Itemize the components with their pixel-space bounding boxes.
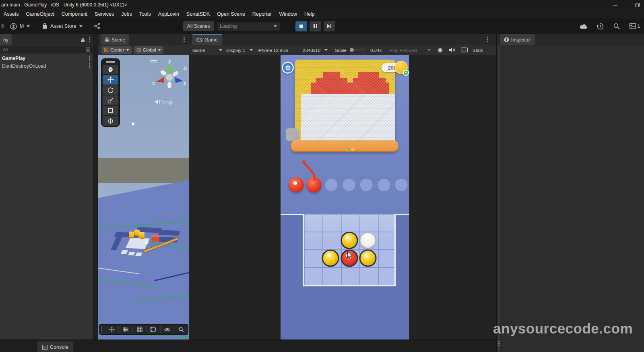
scale-tool-button[interactable] (103, 95, 118, 105)
space-mode-dropdown[interactable]: Global (134, 46, 163, 54)
menu-item-sonatsdk[interactable]: SonatSDK (183, 11, 213, 17)
persp-label[interactable]: Persp (154, 99, 173, 105)
stop-icon (299, 25, 303, 28)
yarn-ball-yellow[interactable] (322, 250, 339, 267)
bag-icon (42, 23, 47, 29)
svg-text:z: z (184, 81, 186, 86)
panel-divider[interactable] (93, 34, 98, 340)
orientation-gizmo[interactable]: y x z (151, 58, 187, 95)
tab-game[interactable]: Game (192, 34, 222, 45)
shading-overlay-button[interactable] (147, 325, 160, 334)
move-overlay-button[interactable] (105, 325, 119, 334)
scale-slider-knob[interactable] (350, 48, 354, 52)
scale-label: Scale (335, 45, 347, 55)
rotate-tool-button[interactable] (103, 85, 118, 95)
minimize-button[interactable] (612, 1, 619, 8)
pivot-mode-dropdown[interactable]: Center (101, 46, 132, 54)
layout-grid-icon[interactable] (630, 23, 636, 29)
display-target-dropdown[interactable]: Game (192, 45, 205, 55)
tab-scene[interactable]: Scene (101, 34, 129, 45)
phone-screen: 200 + (281, 55, 409, 340)
account-button[interactable]: M (20, 23, 24, 29)
menu-item-applovin[interactable]: AppLovin (155, 11, 183, 17)
game-panel-menu-icon[interactable] (487, 39, 488, 40)
yarn-ball-yellow[interactable] (341, 232, 358, 249)
picker-icon[interactable] (86, 48, 90, 52)
tab-hierarchy[interactable]: hy (0, 34, 12, 45)
inspector-scrollbar[interactable] (498, 45, 500, 352)
menu-item-reporter[interactable]: Reporter (249, 11, 276, 17)
scene-select-dropdown[interactable]: Loading (217, 21, 280, 31)
hand-tool-button[interactable] (103, 65, 118, 75)
step-button[interactable] (324, 21, 335, 31)
menu-item-window[interactable]: Window (275, 11, 300, 17)
history-icon[interactable] (597, 23, 604, 30)
scene-viewport[interactable]: y x z Persp (98, 55, 189, 340)
display-dropdown[interactable]: Display 1 (226, 45, 245, 55)
move-tool-button[interactable] (103, 75, 118, 85)
layout-dropdown[interactable]: L (638, 23, 640, 29)
maximize-button[interactable] (634, 1, 641, 8)
item-menu-icon[interactable] (89, 65, 90, 66)
menu-item-gameobject[interactable]: GameObject (23, 11, 58, 17)
transform-tool-button[interactable] (103, 116, 118, 126)
rect-tool-button[interactable] (103, 106, 118, 116)
menu-item-jobs[interactable]: Jobs (118, 11, 135, 17)
scene-panel: Scene Center Global (98, 34, 189, 340)
keyboard-icon[interactable] (461, 48, 468, 52)
inspector-menu-icon[interactable] (498, 343, 500, 344)
item-menu-icon[interactable] (89, 58, 90, 59)
yarn-ball-yellow[interactable] (359, 250, 376, 267)
game-viewport[interactable]: 200 + (189, 55, 496, 340)
tab-console[interactable]: Console (37, 342, 73, 352)
menu-item-tools[interactable]: Tools (136, 11, 155, 17)
play-button[interactable] (295, 21, 307, 31)
yellow-piece (129, 232, 134, 238)
scene-menu-icon[interactable] (184, 39, 185, 40)
properties-overlay-button[interactable] (119, 325, 132, 334)
grid-icon (137, 327, 142, 332)
search-icon[interactable] (613, 23, 620, 29)
version-control-icon[interactable] (94, 23, 101, 29)
resolution-dropdown[interactable]: 2340x10 (303, 45, 320, 55)
tab-game-label: Game (204, 37, 218, 43)
focus-mode-dropdown[interactable]: Play Focused (389, 45, 417, 55)
toolbar-drag-handle[interactable] (101, 326, 103, 333)
menu-item-assets[interactable]: Assets (0, 11, 23, 17)
menu-item-component[interactable]: Component (58, 11, 91, 17)
chevron-down-icon (158, 49, 161, 51)
hierarchy-item-dontdestroyonload[interactable]: DontDestroyOnLoad (0, 62, 93, 70)
cloud-icon[interactable] (580, 24, 587, 29)
hierarchy-search-value: All (3, 47, 8, 52)
asset-store-button[interactable]: Asset Store (50, 23, 76, 29)
all-scenes-button[interactable]: All Scenes (183, 21, 214, 31)
globe-icon (136, 48, 141, 52)
menu-item-services[interactable]: Services (91, 11, 118, 17)
speaker-icon[interactable] (449, 47, 455, 53)
hierarchy-item-label: DontDestroyOnLoad (2, 63, 46, 69)
window-title: am-main - GamePlay - iOS - Unity 6 (6000… (0, 2, 127, 8)
rect-tool-icon (107, 108, 114, 114)
console-icon (42, 345, 47, 350)
tab-console-label: Console (50, 344, 68, 350)
search-overlay-button[interactable] (174, 325, 188, 334)
toolbar-fragment: 6 (1, 23, 4, 29)
view-options-overlay-button[interactable] (161, 325, 174, 334)
hierarchy-item-gameplay[interactable]: GamePlay (0, 54, 93, 62)
tab-inspector[interactable]: Inspector (500, 34, 535, 45)
chevron-down-icon[interactable] (27, 25, 30, 27)
chevron-down-icon[interactable] (79, 25, 83, 27)
hierarchy-search-input[interactable]: All (1, 46, 92, 53)
palette-handle[interactable] (106, 61, 115, 62)
stats-button[interactable]: Stats (473, 45, 483, 55)
bug-icon[interactable] (437, 47, 443, 53)
pause-button[interactable] (310, 21, 321, 31)
menu-item-help[interactable]: Help (301, 11, 318, 17)
grid-overlay-button[interactable] (133, 325, 147, 334)
lock-icon[interactable] (183, 66, 187, 70)
menu-item-open-scene[interactable]: Open Scene (213, 11, 249, 17)
lock-icon[interactable] (81, 37, 85, 42)
hierarchy-menu-icon[interactable] (89, 39, 90, 40)
scene-tabstrip: Scene (98, 34, 189, 45)
yarn-ball-white[interactable] (360, 233, 375, 248)
